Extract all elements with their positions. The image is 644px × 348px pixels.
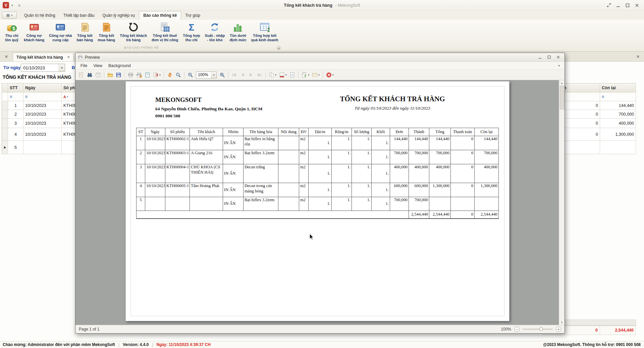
magnifier-button[interactable] xyxy=(174,71,182,78)
close-button[interactable] xyxy=(633,2,641,8)
page-setup-button[interactable] xyxy=(144,71,151,78)
report-cell: 1. xyxy=(332,183,352,197)
ribbon-tab[interactable]: Báo cáo thống kê xyxy=(139,11,181,20)
app-menu-button[interactable]: ▦▾ xyxy=(2,12,17,19)
group-dialog-launcher-icon[interactable]: ◢ xyxy=(277,46,281,50)
customize-grid-button[interactable] xyxy=(94,71,102,78)
report-cell xyxy=(278,136,299,150)
grid-filter-cell[interactable]: = xyxy=(8,93,23,101)
ribbon-tab[interactable]: Quản trị hệ thống xyxy=(20,11,59,20)
hand-tool-icon xyxy=(167,72,173,78)
ribbon-item[interactable]: ΣTổng hợpthu chi xyxy=(180,20,202,46)
close-preview-button[interactable]: ▾ xyxy=(325,71,335,78)
grid-filter-cell[interactable]: = xyxy=(23,93,62,101)
report-table: STNgàySố phiếuTên kháchNhómTên hàng hóaN… xyxy=(136,128,499,219)
zoom-in-button[interactable]: + xyxy=(556,327,561,332)
hand-tool-button[interactable] xyxy=(166,71,174,78)
zoom-slider-thumb[interactable] xyxy=(539,327,543,331)
page-status: Page 1 of 1 xyxy=(79,327,99,332)
save-button[interactable] xyxy=(115,71,122,78)
zoom-combo[interactable]: 100%▾ xyxy=(196,71,217,78)
report-cell: 2 xyxy=(137,150,145,164)
grid-column-header[interactable]: Còn lại xyxy=(600,83,636,93)
zoom-out-button[interactable]: − xyxy=(514,327,520,332)
scrollbar-thumb[interactable] xyxy=(560,86,564,109)
quick-access-customize-icon[interactable]: ≡ xyxy=(18,3,20,7)
last-page-icon xyxy=(257,72,262,78)
ribbon-item[interactable]: Tổng kết kháchtrả hàng xyxy=(117,20,149,46)
expand-icon[interactable] xyxy=(605,2,612,8)
open-folder-button[interactable] xyxy=(106,71,114,78)
chevron-down-icon: ▾ xyxy=(332,73,334,76)
multiple-pages-button[interactable]: ▾ xyxy=(268,71,277,78)
ribbon-tab[interactable]: Quản lý nghiệp vụ xyxy=(98,11,139,20)
report-cell xyxy=(165,197,190,211)
close-all-tabs-icon[interactable]: ✕ xyxy=(3,53,10,61)
scroll-up-icon[interactable]: ▲ xyxy=(559,80,565,85)
report-column-header: Tổng xyxy=(429,128,451,136)
ribbon-item[interactable]: Tổng kếtmua hàng xyxy=(95,20,117,46)
toolbar-separator xyxy=(298,71,299,78)
report-cell xyxy=(475,197,499,211)
send-email-button[interactable]: ▾ xyxy=(311,71,321,78)
export-button[interactable]: ▾ xyxy=(301,71,310,78)
doc-options-icon xyxy=(78,72,84,78)
ribbon-item[interactable]: Công nợ nhàcung cấp xyxy=(47,20,74,46)
preview-statusbar: Page 1 of 1 100% − + xyxy=(75,325,565,333)
report-column-header: Thành xyxy=(409,128,429,136)
preview-maximize-button[interactable] xyxy=(545,54,553,60)
report-cell: Bạt hiflex in băng rôn xyxy=(244,136,278,150)
print-button[interactable] xyxy=(127,71,135,78)
ribbon-item-label: Xuất - nhập- tồn kho xyxy=(205,34,225,42)
document-tab[interactable]: Tổng kết khách trả hàng ✕ xyxy=(13,53,74,61)
menu-view[interactable]: View xyxy=(90,62,105,69)
ribbon-item[interactable]: Tồn dướiđịnh mức xyxy=(227,20,249,46)
preview-close-button[interactable] xyxy=(554,54,562,60)
menu-background[interactable]: Background xyxy=(105,62,134,69)
ribbon-item[interactable]: Tổng kết thuếđơn vị thi công xyxy=(149,20,180,46)
minimize-button[interactable] xyxy=(614,2,622,8)
print-direct-button[interactable] xyxy=(135,71,143,78)
ribbon-tab[interactable]: Trợ giúp xyxy=(181,11,204,20)
preview-titlebar[interactable]: Preview xyxy=(75,53,565,62)
app-logo-icon[interactable]: V xyxy=(3,2,9,8)
toolbar-separator xyxy=(228,71,228,78)
zoom-slider[interactable] xyxy=(523,329,553,330)
grid-filter-cell[interactable]: = xyxy=(600,93,636,101)
menu-overflow-chevron-icon[interactable]: ▾ xyxy=(558,64,562,67)
grid-column-header[interactable]: Ngày xyxy=(23,83,62,93)
zoom-out-button[interactable] xyxy=(186,71,194,78)
svg-text:A: A xyxy=(291,73,293,77)
ribbon-item[interactable]: Tổng kếtbán hàng xyxy=(74,20,95,46)
close-panel-icon[interactable]: ✕ xyxy=(635,53,641,60)
ribbon-tab[interactable]: Thiết lập ban đầu xyxy=(59,11,99,20)
zoom-in-button[interactable] xyxy=(218,71,226,78)
search-button[interactable] xyxy=(86,71,94,78)
ribbon-item[interactable]: Công nợkhách hàng xyxy=(21,20,47,46)
report-cell: 700,000 xyxy=(390,197,409,211)
scroll-down-icon[interactable]: ▼ xyxy=(559,320,565,325)
ribbon-item[interactable]: $Thu chitồn quỹ xyxy=(2,20,21,46)
from-date-combo[interactable]: 01/10/2023 ▾ xyxy=(21,64,65,72)
report-cell: 10/10/2023 xyxy=(145,164,165,183)
close-tab-icon[interactable]: ✕ xyxy=(67,55,70,59)
watermark-button[interactable]: A xyxy=(288,71,296,78)
ribbon-item-label: Tổng hợpthu chi xyxy=(183,34,200,42)
ribbon-item-list: $Thu chitồn quỹCông nợkhách hàngCông nợ … xyxy=(2,20,281,46)
ribbon-item-label: Công nợ nhàcung cấp xyxy=(49,34,72,42)
menu-file[interactable]: File xyxy=(77,62,90,69)
separator: | xyxy=(118,342,119,347)
maximize-button[interactable] xyxy=(624,2,631,8)
preview-scrollbar[interactable]: ▲ ▼ xyxy=(559,80,565,325)
grid-column-header[interactable]: STT xyxy=(8,83,23,93)
ribbon-tab-row: ▦▾ Quản trị hệ thốngThiết lập ban đầuQuả… xyxy=(0,11,644,20)
scale-button[interactable]: ▾ xyxy=(152,71,162,78)
chevron-down-icon[interactable]: ▾ xyxy=(11,4,13,7)
doc-options-button[interactable] xyxy=(77,71,85,78)
ribbon-item[interactable]: Xuất - nhập- tồn kho xyxy=(203,20,227,46)
separator: | xyxy=(152,342,153,347)
page-color-button[interactable]: ▾ xyxy=(278,71,288,78)
print-icon xyxy=(128,72,133,78)
ribbon-item[interactable]: ΣTổng hợp kếtquả kinh doanh xyxy=(249,20,281,46)
preview-minimize-button[interactable] xyxy=(536,54,544,60)
